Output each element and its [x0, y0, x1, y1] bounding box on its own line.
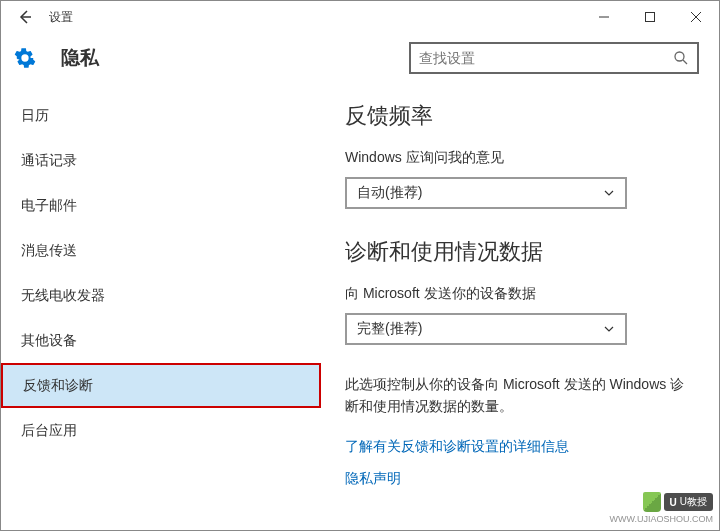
feedback-frequency-select[interactable]: 自动(推荐) — [345, 177, 627, 209]
svg-rect-0 — [646, 13, 655, 22]
sidebar-item-calendar[interactable]: 日历 — [1, 93, 321, 138]
diagnostic-data-value: 完整(推荐) — [357, 320, 422, 338]
feedback-section-title: 反馈频率 — [345, 101, 695, 131]
privacy-statement-link[interactable]: 隐私声明 — [345, 470, 695, 488]
learn-more-link[interactable]: 了解有关反馈和诊断设置的详细信息 — [345, 438, 695, 456]
maximize-button[interactable] — [627, 1, 673, 33]
page-title: 隐私 — [61, 45, 99, 71]
sidebar-item-label: 通话记录 — [21, 152, 77, 170]
sidebar-item-radios[interactable]: 无线电收发器 — [1, 273, 321, 318]
search-icon — [673, 50, 689, 66]
svg-point-1 — [675, 52, 684, 61]
feedback-frequency-value: 自动(推荐) — [357, 184, 422, 202]
search-field[interactable] — [419, 50, 673, 66]
main-panel: 反馈频率 Windows 应询问我的意见 自动(推荐) 诊断和使用情况数据 向 … — [321, 83, 719, 530]
minimize-button[interactable] — [581, 1, 627, 33]
sidebar: 日历 通话记录 电子邮件 消息传送 无线电收发器 其他设备 反馈和诊断 后台应用 — [1, 83, 321, 530]
sidebar-item-background-apps[interactable]: 后台应用 — [1, 408, 321, 453]
sidebar-item-call-history[interactable]: 通话记录 — [1, 138, 321, 183]
diagnostic-description: 此选项控制从你的设备向 Microsoft 发送的 Windows 诊断和使用情… — [345, 373, 695, 418]
sidebar-item-label: 无线电收发器 — [21, 287, 105, 305]
sidebar-item-label: 电子邮件 — [21, 197, 77, 215]
sidebar-item-label: 反馈和诊断 — [23, 377, 93, 395]
sidebar-item-messaging[interactable]: 消息传送 — [1, 228, 321, 273]
back-button[interactable] — [9, 1, 41, 33]
sidebar-item-other-devices[interactable]: 其他设备 — [1, 318, 321, 363]
feedback-field-label: Windows 应询问我的意见 — [345, 149, 695, 167]
gear-icon — [13, 46, 37, 70]
chevron-down-icon — [603, 323, 615, 335]
chevron-down-icon — [603, 187, 615, 199]
window-title: 设置 — [41, 9, 73, 26]
sidebar-item-label: 消息传送 — [21, 242, 77, 260]
close-button[interactable] — [673, 1, 719, 33]
diagnostic-field-label: 向 Microsoft 发送你的设备数据 — [345, 285, 695, 303]
diagnostic-section-title: 诊断和使用情况数据 — [345, 237, 695, 267]
diagnostic-data-select[interactable]: 完整(推荐) — [345, 313, 627, 345]
sidebar-item-feedback-diagnostics[interactable]: 反馈和诊断 — [1, 363, 321, 408]
search-input[interactable] — [409, 42, 699, 74]
sidebar-item-label: 后台应用 — [21, 422, 77, 440]
sidebar-item-email[interactable]: 电子邮件 — [1, 183, 321, 228]
sidebar-item-label: 其他设备 — [21, 332, 77, 350]
sidebar-item-label: 日历 — [21, 107, 49, 125]
